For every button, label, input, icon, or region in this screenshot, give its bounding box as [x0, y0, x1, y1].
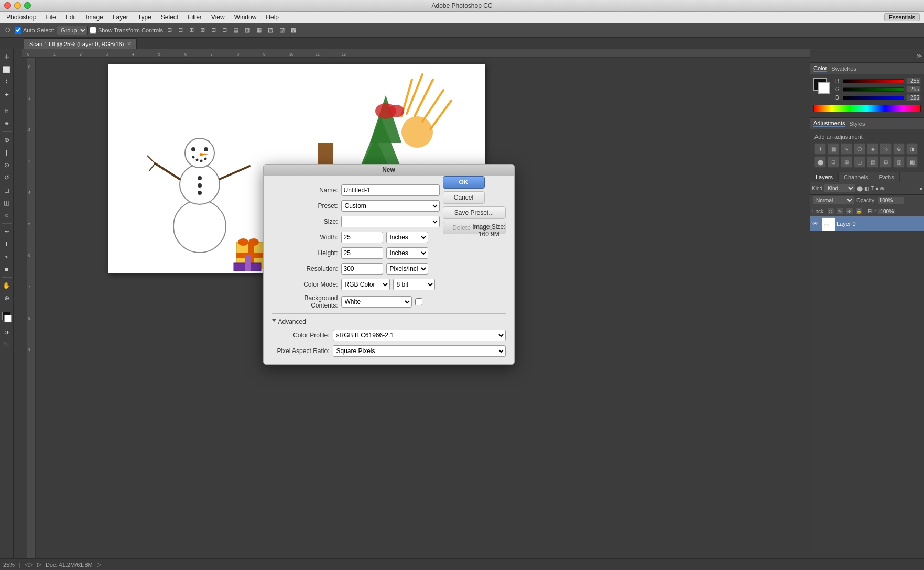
- adj-curves[interactable]: ∿: [841, 143, 852, 155]
- tool-hand[interactable]: ✋: [1, 280, 13, 291]
- adj-invert[interactable]: ◻: [854, 156, 865, 168]
- adj-colorbalance[interactable]: ⊛: [893, 143, 905, 155]
- adj-channel-mixer[interactable]: ⊡: [828, 156, 839, 168]
- toolbar-align-btn-8[interactable]: ▥: [243, 26, 252, 35]
- toolbar-align-btn-1[interactable]: ⊡: [165, 26, 174, 35]
- menu-file[interactable]: File: [41, 13, 60, 22]
- adj-photo-filter[interactable]: ⬤: [814, 156, 826, 168]
- tool-spot-heal[interactable]: ⊕: [1, 134, 13, 146]
- tab-channels[interactable]: Channels: [839, 172, 874, 182]
- tool-brush[interactable]: ∫: [1, 147, 13, 158]
- tool-dodge[interactable]: ○: [1, 210, 13, 221]
- canvas-arrows[interactable]: ◁▷: [25, 561, 33, 568]
- bg-contents-dropdown[interactable]: White Background Color Transparent: [341, 296, 412, 308]
- close-button[interactable]: [4, 2, 11, 9]
- cancel-button[interactable]: Cancel: [443, 191, 485, 204]
- tool-shape[interactable]: ■: [1, 264, 13, 275]
- adj-levels[interactable]: ▦: [828, 143, 839, 155]
- filter-icon-adjust[interactable]: ◧: [864, 185, 869, 191]
- r-value[interactable]: 255: [906, 78, 921, 84]
- tab-layers[interactable]: Layers: [810, 172, 839, 182]
- filter-icon-shape[interactable]: ■: [875, 185, 878, 191]
- adj-color-lookup[interactable]: ⊞: [841, 156, 852, 168]
- b-slider[interactable]: [843, 96, 904, 100]
- save-preset-button[interactable]: Save Preset...: [443, 206, 506, 219]
- color-swatch-display[interactable]: [813, 78, 832, 96]
- menu-image[interactable]: Image: [81, 13, 107, 22]
- menu-edit[interactable]: Edit: [61, 13, 81, 22]
- tool-path[interactable]: ⌁: [1, 251, 13, 262]
- toolbar-align-btn-3[interactable]: ⊞: [187, 26, 196, 35]
- height-input[interactable]: [341, 247, 383, 259]
- tool-pen[interactable]: ✒: [1, 226, 13, 237]
- adj-exposure[interactable]: ⬡: [854, 143, 865, 155]
- color-depth-dropdown[interactable]: 8 bit 16 bit 32 bit: [393, 279, 435, 290]
- height-unit-dropdown[interactable]: Pixels Inches Centimeters: [386, 247, 428, 259]
- adj-hsl[interactable]: ◇: [880, 143, 892, 155]
- adj-gradient-map[interactable]: ▥: [893, 156, 905, 168]
- menu-view[interactable]: View: [207, 13, 229, 22]
- maximize-button[interactable]: [24, 2, 31, 9]
- tool-zoom[interactable]: ⊕: [1, 292, 13, 304]
- menu-window[interactable]: Window: [230, 13, 261, 22]
- adj-threshold[interactable]: ⊟: [880, 156, 892, 168]
- r-slider[interactable]: [843, 79, 904, 83]
- adj-brightness[interactable]: ☀: [814, 143, 826, 155]
- menu-layer[interactable]: Layer: [108, 13, 133, 22]
- canvas-arrow-right[interactable]: ▷: [37, 561, 41, 568]
- toolbar-move-tool[interactable]: ⬡: [3, 26, 13, 35]
- menu-type[interactable]: Type: [134, 13, 156, 22]
- minimize-button[interactable]: [14, 2, 21, 9]
- filter-toggle[interactable]: ●: [919, 185, 922, 191]
- menu-filter[interactable]: Filter: [183, 13, 206, 22]
- lock-position-icon[interactable]: ✛: [846, 207, 853, 215]
- tab-styles[interactable]: Styles: [850, 120, 865, 127]
- adj-posterize[interactable]: ▤: [867, 156, 878, 168]
- menu-select[interactable]: Select: [157, 13, 182, 22]
- tab-swatches[interactable]: Swatches: [831, 65, 856, 72]
- lock-all-icon[interactable]: 🔒: [855, 207, 863, 215]
- pixel-ratio-dropdown[interactable]: Square Pixels D1/DV NTSC (0.91) D1/DV PA…: [333, 345, 506, 357]
- more-btn[interactable]: ▷: [97, 561, 101, 568]
- tab-adjustments[interactable]: Adjustments: [813, 120, 845, 127]
- name-input[interactable]: [341, 184, 440, 196]
- toolbar-align-btn-12[interactable]: ▩: [289, 26, 298, 35]
- tool-marquee[interactable]: ⬜: [1, 64, 13, 75]
- g-slider[interactable]: [843, 87, 904, 92]
- filter-icon-type[interactable]: T: [871, 185, 874, 191]
- resolution-unit-dropdown[interactable]: Pixels/Inch Pixels/Centimeter: [386, 263, 428, 275]
- layer-mode-dropdown[interactable]: Normal Multiply Screen Overlay: [812, 196, 854, 205]
- size-dropdown[interactable]: [341, 216, 440, 227]
- advanced-toggle[interactable]: Advanced: [272, 318, 506, 325]
- bg-swatch[interactable]: [818, 82, 830, 94]
- toolbar-align-btn-5[interactable]: ⊡: [209, 26, 218, 35]
- tool-screen-mode[interactable]: ⬛: [1, 339, 13, 350]
- toolbar-align-btn-6[interactable]: ⊟: [220, 26, 229, 35]
- tab-color[interactable]: Color: [813, 65, 827, 72]
- essentials-button[interactable]: Essentials: [884, 13, 920, 21]
- layer-row-0[interactable]: 👁 Layer 0: [810, 216, 924, 231]
- toolbar-align-btn-10[interactable]: ▧: [266, 26, 275, 35]
- width-input[interactable]: [341, 232, 383, 243]
- show-transform-checkbox[interactable]: [90, 27, 96, 34]
- filter-icon-pixel[interactable]: ⬤: [857, 185, 863, 191]
- filter-icon-smart[interactable]: ⊕: [880, 185, 884, 191]
- g-value[interactable]: 255: [906, 86, 921, 93]
- menu-photoshop[interactable]: Photoshop: [2, 13, 40, 22]
- color-profile-dropdown[interactable]: sRGB IEC61966-2.1 Adobe RGB (1998) ProPh…: [333, 330, 506, 341]
- width-unit-dropdown[interactable]: Pixels Inches Centimeters: [386, 232, 428, 243]
- layers-filter-dropdown[interactable]: Kind Name Effect Mode Attribute Color: [824, 184, 855, 193]
- toolbar-align-btn-4[interactable]: ⊠: [198, 26, 207, 35]
- tool-eyedropper[interactable]: ⁕: [1, 118, 13, 129]
- tab-paths[interactable]: Paths: [874, 172, 900, 182]
- toolbar-align-btn-2[interactable]: ⊟: [176, 26, 185, 35]
- ok-button[interactable]: OK: [443, 176, 485, 189]
- color-swatch-area[interactable]: [1, 311, 13, 325]
- tool-text[interactable]: T: [1, 238, 13, 250]
- tool-crop[interactable]: ⌗: [1, 105, 13, 117]
- tool-move[interactable]: ✛: [1, 51, 13, 63]
- tab-close-icon[interactable]: ✕: [127, 41, 131, 47]
- lock-transparent-icon[interactable]: ⬡: [827, 207, 834, 215]
- document-tab-0[interactable]: Scan 1.tiff @ 25% (Layer 0, RGB/16) ✕: [24, 38, 137, 49]
- toolbar-align-btn-11[interactable]: ▨: [277, 26, 287, 35]
